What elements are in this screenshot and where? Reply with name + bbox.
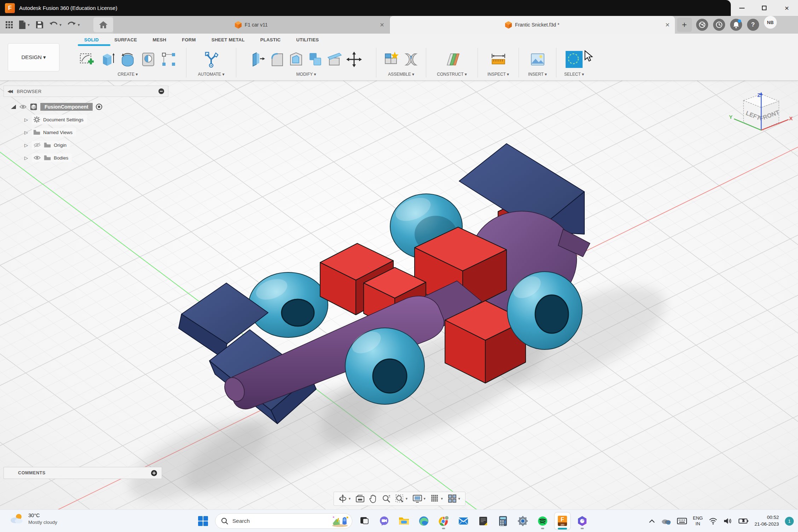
group-label-assemble[interactable]: ASSEMBLE ▾ <box>388 72 414 77</box>
mail-button[interactable] <box>456 513 471 530</box>
activate-radio-icon[interactable] <box>96 103 103 110</box>
pan-button[interactable] <box>368 493 379 504</box>
group-label-insert[interactable]: INSERT ▾ <box>528 72 547 77</box>
construct-plane-button[interactable] <box>444 50 461 69</box>
fusion-360-taskbar-button[interactable]: F360 <box>555 513 570 530</box>
clock[interactable]: 00:52 21-06-2023 <box>754 514 779 528</box>
joint-button[interactable] <box>403 50 419 69</box>
touch-keyboard-icon[interactable] <box>677 517 687 525</box>
tab-utilities[interactable]: UTILITIES <box>296 37 319 42</box>
visibility-eye-icon[interactable] <box>33 155 41 160</box>
volume-icon[interactable] <box>723 517 733 525</box>
tab-close-icon[interactable]: ✕ <box>380 22 384 28</box>
comments-bar[interactable]: COMMENTS <box>4 467 162 479</box>
job-status-button[interactable] <box>713 19 725 31</box>
tab-mesh[interactable]: MESH <box>152 37 166 42</box>
expand-caret-icon[interactable]: ▷ <box>23 117 29 122</box>
tab-plastic[interactable]: PLASTIC <box>260 37 281 42</box>
minimize-panel-icon[interactable] <box>158 88 164 94</box>
close-button[interactable]: × <box>780 2 794 15</box>
display-settings-caret-icon[interactable]: ▼ <box>423 497 426 501</box>
notepad-button[interactable] <box>475 513 491 530</box>
zoom-window-caret-icon[interactable]: ▼ <box>405 497 408 501</box>
weather-widget[interactable]: 30°C Mostly cloudy <box>9 512 57 526</box>
save-button[interactable] <box>34 19 45 30</box>
start-button[interactable] <box>195 513 211 530</box>
group-label-construct[interactable]: CONSTRUCT ▾ <box>437 72 467 77</box>
tree-row-document-settings[interactable]: ▷ Document Settings <box>4 113 168 126</box>
group-label-modify[interactable]: MODIFY ▾ <box>296 72 316 77</box>
file-explorer-button[interactable] <box>396 513 412 530</box>
expand-caret-icon[interactable] <box>11 104 16 109</box>
select-button[interactable] <box>565 50 583 69</box>
document-tab-f1-car[interactable]: F1 car v11 ✕ <box>113 16 390 34</box>
maximize-button[interactable] <box>757 2 771 15</box>
tree-item-label[interactable]: Origin <box>54 143 66 148</box>
tray-chevron-icon[interactable] <box>649 519 655 523</box>
tab-solid[interactable]: SOLID <box>84 37 99 42</box>
display-settings-button[interactable]: ▼ <box>411 494 428 504</box>
document-tab-frantic-snicket[interactable]: Frantic Snicket.f3d * ✕ <box>390 16 675 34</box>
battery-icon[interactable] <box>739 518 748 524</box>
collapse-panel-icon[interactable]: ◀◀ <box>7 89 12 94</box>
wifi-icon[interactable] <box>709 517 717 525</box>
user-avatar[interactable]: NB <box>764 16 777 29</box>
app-grid-button[interactable] <box>4 19 15 30</box>
tree-row-named-views[interactable]: ▷ Named Views <box>4 126 168 139</box>
insert-button[interactable] <box>529 50 546 69</box>
revolve-button[interactable] <box>119 50 136 69</box>
task-view-button[interactable] <box>357 513 372 530</box>
tree-item-label[interactable]: Document Settings <box>43 117 83 122</box>
help-button[interactable]: ? <box>747 19 759 31</box>
home-view-button[interactable] <box>93 17 113 32</box>
root-component-label[interactable]: FusionComponent <box>40 103 93 111</box>
browser-header[interactable]: ◀◀ BROWSER <box>4 86 168 97</box>
notification-count-badge[interactable]: 1 <box>785 517 794 526</box>
language-indicator[interactable]: ENG IN <box>693 515 703 527</box>
fillet-button[interactable] <box>269 50 285 69</box>
press-pull-button[interactable] <box>250 50 266 69</box>
tree-row-origin[interactable]: ▷ Origin <box>4 139 168 151</box>
tab-surface[interactable]: SURFACE <box>114 37 137 42</box>
visibility-off-eye-icon[interactable] <box>33 143 41 148</box>
workspace-selector[interactable]: DESIGN ▾ <box>8 43 59 71</box>
taskbar-search[interactable]: Search <box>215 513 352 529</box>
view-cube[interactable]: LEFT FRONT Z Y X <box>728 89 793 154</box>
look-at-button[interactable] <box>354 494 366 504</box>
extensions-button[interactable] <box>696 19 708 31</box>
calculator-button[interactable] <box>495 513 511 530</box>
file-menu-button[interactable]: ▼ <box>17 19 32 31</box>
group-label-inspect[interactable]: INSPECT ▾ <box>487 72 509 77</box>
notifications-button[interactable] <box>730 19 742 31</box>
viewports-button[interactable]: ▼ <box>446 493 462 504</box>
move-copy-button[interactable] <box>346 50 363 69</box>
tab-close-icon[interactable]: ✕ <box>665 22 670 28</box>
chat-button[interactable] <box>376 513 392 530</box>
zoom-window-button[interactable]: ▼ <box>394 493 410 504</box>
onedrive-icon[interactable] <box>661 517 671 525</box>
measure-button[interactable] <box>490 50 507 69</box>
combine-button[interactable] <box>307 50 323 69</box>
orbit-button[interactable]: ▼ <box>337 493 353 504</box>
extrude-button[interactable] <box>99 50 116 69</box>
microsoft-365-button[interactable] <box>574 513 590 530</box>
tree-row-bodies[interactable]: ▷ Bodies <box>4 151 168 164</box>
grid-snaps-button[interactable]: ▼ <box>429 493 445 504</box>
tree-item-label[interactable]: Named Views <box>43 130 73 135</box>
search-highlight-doodle[interactable] <box>331 515 349 527</box>
new-tab-button[interactable]: + <box>677 18 692 32</box>
shell-button[interactable] <box>288 50 304 69</box>
minimize-button[interactable] <box>735 2 749 15</box>
chrome-button[interactable] <box>436 513 451 530</box>
new-component-button[interactable] <box>383 50 399 69</box>
split-body-button[interactable] <box>326 50 342 69</box>
edge-button[interactable] <box>416 513 432 530</box>
add-comment-icon[interactable] <box>151 470 157 476</box>
expand-caret-icon[interactable]: ▷ <box>23 155 29 161</box>
hole-button[interactable] <box>140 50 157 69</box>
group-label-create[interactable]: CREATE ▾ <box>117 72 138 77</box>
visibility-eye-icon[interactable] <box>19 104 27 109</box>
group-label-select[interactable]: SELECT ▾ <box>564 72 584 77</box>
tab-form[interactable]: FORM <box>182 37 196 42</box>
pattern-button[interactable] <box>160 50 177 69</box>
